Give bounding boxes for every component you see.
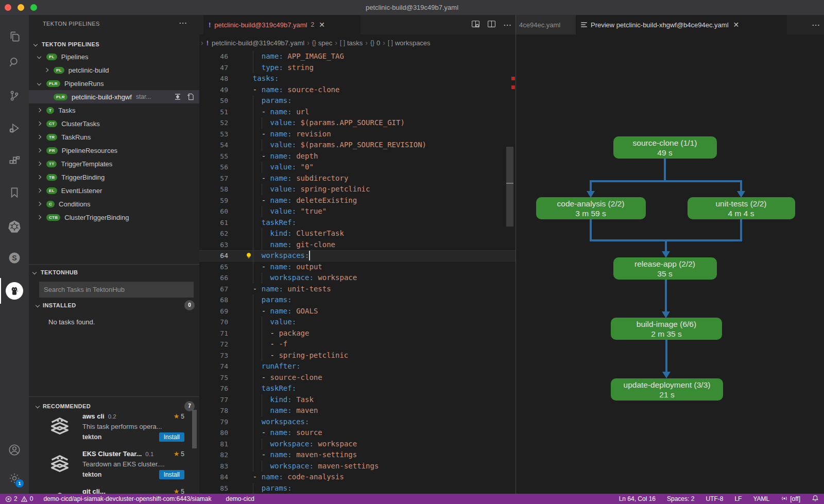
section-tektonhub[interactable]: TEKTONHUB [29, 266, 199, 279]
pipeline-node-code-analysis[interactable]: code-analysis (2/2)3 m 59 s [536, 197, 646, 219]
code-line[interactable]: 77 kind: Task [199, 394, 516, 406]
recommended-task-item[interactable]: EKS Cluster Tear...0.1★5Teardown an EKS … [29, 447, 199, 484]
code-line[interactable]: 58 value: spring-petclinic [199, 184, 516, 195]
code-line[interactable]: 64 workspaces: [199, 250, 516, 262]
tab-petclinic-build-yaml[interactable]: ! petclinic-build@319c49b7.yaml 2 ✕ [203, 15, 360, 34]
run-debug-icon[interactable] [0, 118, 29, 138]
code-line[interactable]: 46 name: APP_IMAGE_TAG [199, 51, 516, 62]
section-installed[interactable]: INSTALLED 0 [29, 299, 199, 311]
pipeline-node-source-clone[interactable]: source-clone (1/1)49 s [613, 136, 717, 159]
code-line[interactable]: 79 workspaces: [199, 416, 516, 428]
pipeline-node-build-image[interactable]: build-image (6/6)2 m 35 s [611, 318, 722, 340]
code-line[interactable]: 81 workspace: workspace [199, 439, 516, 450]
tree-item-eventlistener[interactable]: ELEventListener [29, 184, 199, 197]
close-tab-icon[interactable]: ✕ [733, 21, 740, 28]
tree-item-clustertasks[interactable]: CTClusterTasks [29, 117, 199, 130]
search-icon[interactable] [0, 52, 29, 73]
code-line[interactable]: 65 - name: output [199, 262, 516, 273]
code-line[interactable]: 56 value: "0" [199, 162, 516, 173]
breadcrumb-item[interactable]: workspaces [395, 39, 431, 47]
install-button[interactable]: Install [159, 432, 184, 442]
extensions-icon[interactable] [0, 151, 29, 171]
code-line[interactable]: 83 workspace: maven-settings [199, 461, 516, 472]
kubernetes-icon[interactable] [0, 216, 29, 237]
source-control-icon[interactable] [0, 85, 29, 106]
code-line[interactable]: 48 tasks: [199, 73, 516, 84]
tree-item-pipelineruns[interactable]: PLRPipelineRuns [29, 77, 199, 90]
pipeline-node-update-deployment[interactable]: update-deployment (3/3)21 s [611, 378, 723, 401]
code-line[interactable]: 82 - name: maven-settings [199, 449, 516, 461]
tree-item-petclinic-build[interactable]: PLpetclinic-build [29, 63, 199, 77]
breadcrumb-item[interactable]: petclinic-build@319c49b7.yaml [212, 39, 304, 47]
code-line[interactable]: 62 kind: ClusterTask [199, 228, 516, 239]
code-line[interactable]: 73 - spring-petclinic [199, 350, 516, 361]
settings-gear-icon[interactable]: 1 [0, 468, 29, 489]
openshift-icon[interactable]: S [0, 248, 29, 268]
recommended-task-item[interactable]: aws cli0.2★5This task performs opera...t… [29, 409, 199, 447]
tektonhub-search-input[interactable]: Search Tasks in TektonHub [39, 282, 194, 298]
encoding[interactable]: UTF-8 [706, 495, 723, 502]
notifications-bell-icon[interactable] [812, 495, 819, 503]
explorer-icon[interactable] [0, 26, 29, 47]
code-line[interactable]: 63 name: git-clone [199, 239, 516, 251]
minimize-window-button[interactable] [18, 4, 24, 11]
section-tekton-pipelines[interactable]: TEKTON PIPELINES [29, 38, 199, 50]
tab-b4ce94ec-yaml[interactable]: 4ce94ec.yaml [516, 15, 576, 34]
tree-item-triggertemplates[interactable]: TTTriggerTemplates [29, 157, 199, 170]
bookmark-icon[interactable] [0, 182, 29, 203]
code-line[interactable]: 72 - -f [199, 339, 516, 350]
code-line[interactable]: 67 - name: unit-tests [199, 284, 516, 295]
code-editor[interactable]: 46 name: APP_IMAGE_TAG47 type: string48 … [199, 51, 516, 494]
language-mode[interactable]: YAML [753, 495, 769, 502]
eol[interactable]: LF [734, 495, 742, 502]
close-tab-icon[interactable]: ✕ [319, 21, 325, 28]
cursor-position[interactable]: Ln 64, Col 16 [619, 495, 656, 502]
code-line[interactable]: 70 value: [199, 317, 516, 328]
code-line[interactable]: 57 - name: subdirectory [199, 173, 516, 184]
code-line[interactable]: 51 - name: url [199, 107, 516, 118]
code-line[interactable]: 54 value: $(params.APP_SOURCE_REVISION) [199, 140, 516, 151]
code-line[interactable]: 61 taskRef: [199, 217, 516, 229]
problems-errors[interactable]: 2 [5, 495, 18, 502]
namespace[interactable]: demo-cicd [226, 495, 254, 502]
more-actions-icon[interactable]: ⋯ [812, 20, 820, 30]
breadcrumb-item[interactable]: 0 [376, 39, 380, 47]
close-window-button[interactable] [5, 4, 11, 11]
tree-item-pipelineresources[interactable]: PRPipelineResources [29, 144, 199, 157]
maximize-window-button[interactable] [30, 4, 37, 11]
cluster-context[interactable]: demo-cicd/api-siamak-devcluster-openshif… [43, 495, 211, 502]
code-line[interactable]: 68 params: [199, 294, 516, 306]
problems-warnings[interactable]: 0 [21, 495, 33, 502]
code-line[interactable]: 74 runAfter: [199, 361, 516, 372]
tab-preview-pipeline[interactable]: Preview petclinic-build-xhgwf@b4ce94ec.y… [576, 15, 787, 34]
tekton-icon[interactable] [0, 281, 29, 301]
tree-item-petclinic-build-xhgwf[interactable]: PLRpetclinic-build-xhgwfstar... [29, 90, 199, 103]
code-line[interactable]: 69 - name: GOALS [199, 306, 516, 317]
recommended-task-item[interactable]: git cli...★5 [29, 484, 199, 494]
code-line[interactable]: 47 type: string [199, 62, 516, 74]
code-line[interactable]: 49 - name: source-clone [199, 84, 516, 96]
install-button[interactable]: Install [159, 470, 184, 479]
account-icon[interactable] [0, 440, 29, 460]
more-actions-icon[interactable]: ⋯ [503, 20, 511, 30]
code-line[interactable]: 50 params: [199, 95, 516, 107]
sidebar-more-actions[interactable]: ⋯ [179, 19, 187, 27]
breadcrumb-item[interactable]: tasks [347, 39, 363, 47]
code-line[interactable]: 52 value: $(params.APP_SOURCE_GIT) [199, 117, 516, 129]
tree-item-pipelines[interactable]: PLPipelines [29, 50, 199, 63]
open-file-icon[interactable] [186, 93, 194, 101]
pipeline-diagram-icon[interactable] [174, 93, 182, 101]
tree-item-tasks[interactable]: TTasks [29, 103, 199, 117]
editor-scrollbar[interactable] [506, 147, 513, 227]
code-line[interactable]: 71 - package [199, 328, 516, 339]
code-line[interactable]: 59 - name: deleteExisting [199, 195, 516, 206]
breadcrumb-item[interactable]: spec [318, 39, 332, 47]
open-preview-icon[interactable] [471, 20, 480, 30]
tree-item-taskruns[interactable]: TRTaskRuns [29, 130, 199, 144]
indentation[interactable]: Spaces: 2 [667, 495, 694, 502]
code-line[interactable]: 78 name: maven [199, 405, 516, 416]
code-line[interactable]: 60 value: "true" [199, 206, 516, 217]
code-line[interactable]: 85 params: [199, 483, 516, 494]
code-line[interactable]: 55 - name: depth [199, 151, 516, 162]
sidebar-scrollbar[interactable] [192, 410, 197, 448]
